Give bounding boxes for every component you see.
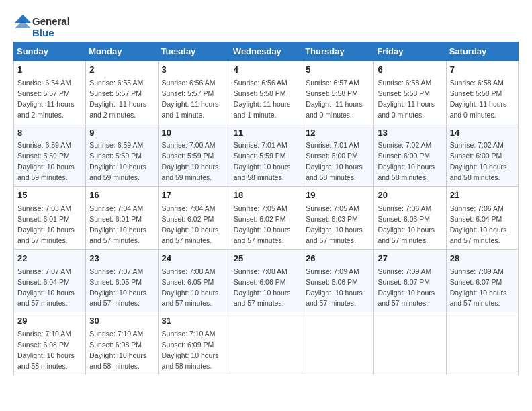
empty-cell: [446, 312, 518, 375]
calendar-day-cell: 10Sunrise: 7:00 AM Sunset: 5:59 PM Dayli…: [158, 124, 230, 187]
day-info: Sunrise: 7:08 AM Sunset: 6:06 PM Dayligh…: [234, 267, 291, 308]
day-number: 3: [162, 64, 226, 77]
calendar-day-cell: 5Sunrise: 6:57 AM Sunset: 5:58 PM Daylig…: [302, 61, 374, 124]
calendar-week-row: 29Sunrise: 7:10 AM Sunset: 6:08 PM Dayli…: [14, 312, 519, 375]
col-header-wednesday: Wednesday: [230, 42, 302, 61]
day-info: Sunrise: 6:56 AM Sunset: 5:57 PM Dayligh…: [162, 79, 219, 119]
empty-cell: [302, 312, 374, 375]
calendar-day-cell: 28Sunrise: 7:09 AM Sunset: 6:07 PM Dayli…: [446, 249, 518, 312]
day-number: 6: [378, 64, 442, 77]
day-info: Sunrise: 7:02 AM Sunset: 6:00 PM Dayligh…: [450, 141, 507, 181]
calendar-day-cell: 7Sunrise: 6:58 AM Sunset: 5:58 PM Daylig…: [446, 61, 518, 124]
day-info: Sunrise: 7:00 AM Sunset: 5:59 PM Dayligh…: [162, 141, 219, 181]
day-number: 14: [450, 127, 515, 140]
empty-cell: [230, 312, 302, 375]
col-header-sunday: Sunday: [14, 42, 86, 61]
logo-svg: GeneralBlue: [13, 13, 74, 39]
day-info: Sunrise: 6:58 AM Sunset: 5:58 PM Dayligh…: [378, 79, 435, 119]
day-info: Sunrise: 7:01 AM Sunset: 5:59 PM Dayligh…: [234, 141, 291, 181]
calendar-day-cell: 30Sunrise: 7:10 AM Sunset: 6:08 PM Dayli…: [86, 312, 158, 375]
calendar-day-cell: 20Sunrise: 7:06 AM Sunset: 6:03 PM Dayli…: [374, 187, 446, 250]
day-number: 20: [378, 189, 442, 202]
calendar-day-cell: 27Sunrise: 7:09 AM Sunset: 6:07 PM Dayli…: [374, 249, 446, 312]
day-number: 21: [450, 189, 515, 202]
day-number: 5: [306, 64, 370, 77]
calendar-header-row: SundayMondayTuesdayWednesdayThursdayFrid…: [14, 42, 519, 61]
day-info: Sunrise: 6:58 AM Sunset: 5:58 PM Dayligh…: [450, 79, 507, 119]
calendar-day-cell: 1Sunrise: 6:54 AM Sunset: 5:57 PM Daylig…: [14, 61, 86, 124]
day-number: 31: [162, 315, 226, 328]
day-number: 29: [17, 315, 82, 328]
day-number: 8: [17, 127, 82, 140]
calendar-day-cell: 14Sunrise: 7:02 AM Sunset: 6:00 PM Dayli…: [446, 124, 518, 187]
calendar-day-cell: 25Sunrise: 7:08 AM Sunset: 6:06 PM Dayli…: [230, 249, 302, 312]
calendar-week-row: 15Sunrise: 7:03 AM Sunset: 6:01 PM Dayli…: [14, 187, 519, 250]
day-info: Sunrise: 7:04 AM Sunset: 6:02 PM Dayligh…: [162, 204, 219, 244]
calendar-day-cell: 12Sunrise: 7:01 AM Sunset: 6:00 PM Dayli…: [302, 124, 374, 187]
calendar-day-cell: 16Sunrise: 7:04 AM Sunset: 6:01 PM Dayli…: [86, 187, 158, 250]
col-header-saturday: Saturday: [446, 42, 518, 61]
day-number: 13: [378, 127, 442, 140]
logo: GeneralBlue: [13, 13, 74, 39]
calendar-day-cell: 9Sunrise: 6:59 AM Sunset: 5:59 PM Daylig…: [86, 124, 158, 187]
day-info: Sunrise: 7:06 AM Sunset: 6:04 PM Dayligh…: [450, 204, 507, 244]
calendar-day-cell: 31Sunrise: 7:10 AM Sunset: 6:09 PM Dayli…: [158, 312, 230, 375]
col-header-thursday: Thursday: [302, 42, 374, 61]
day-number: 10: [162, 127, 226, 140]
calendar-day-cell: 13Sunrise: 7:02 AM Sunset: 6:00 PM Dayli…: [374, 124, 446, 187]
day-info: Sunrise: 7:07 AM Sunset: 6:05 PM Dayligh…: [89, 267, 146, 308]
day-number: 28: [450, 253, 515, 265]
day-info: Sunrise: 7:07 AM Sunset: 6:04 PM Dayligh…: [17, 267, 75, 308]
calendar-day-cell: 23Sunrise: 7:07 AM Sunset: 6:05 PM Dayli…: [86, 249, 158, 312]
day-info: Sunrise: 7:02 AM Sunset: 6:00 PM Dayligh…: [378, 141, 435, 181]
svg-text:General: General: [32, 15, 70, 27]
day-info: Sunrise: 7:03 AM Sunset: 6:01 PM Dayligh…: [17, 204, 75, 244]
calendar-day-cell: 19Sunrise: 7:05 AM Sunset: 6:03 PM Dayli…: [302, 187, 374, 250]
calendar-day-cell: 22Sunrise: 7:07 AM Sunset: 6:04 PM Dayli…: [14, 249, 86, 312]
col-header-friday: Friday: [374, 42, 446, 61]
page-container: GeneralBlue SundayMondayTuesdayWednesday…: [13, 13, 519, 375]
day-number: 16: [89, 189, 154, 202]
col-header-tuesday: Tuesday: [158, 42, 230, 61]
day-number: 1: [17, 64, 82, 77]
calendar-day-cell: 11Sunrise: 7:01 AM Sunset: 5:59 PM Dayli…: [230, 124, 302, 187]
day-info: Sunrise: 7:04 AM Sunset: 6:01 PM Dayligh…: [89, 204, 146, 244]
day-info: Sunrise: 6:59 AM Sunset: 5:59 PM Dayligh…: [89, 141, 146, 181]
day-number: 26: [306, 253, 370, 265]
calendar-day-cell: 17Sunrise: 7:04 AM Sunset: 6:02 PM Dayli…: [158, 187, 230, 250]
calendar-week-row: 1Sunrise: 6:54 AM Sunset: 5:57 PM Daylig…: [14, 61, 519, 124]
calendar-day-cell: 6Sunrise: 6:58 AM Sunset: 5:58 PM Daylig…: [374, 61, 446, 124]
calendar-day-cell: 29Sunrise: 7:10 AM Sunset: 6:08 PM Dayli…: [14, 312, 86, 375]
day-info: Sunrise: 7:06 AM Sunset: 6:03 PM Dayligh…: [378, 204, 435, 244]
day-number: 18: [234, 189, 298, 202]
day-number: 25: [234, 253, 298, 265]
day-info: Sunrise: 6:55 AM Sunset: 5:57 PM Dayligh…: [89, 79, 146, 119]
day-info: Sunrise: 7:10 AM Sunset: 6:08 PM Dayligh…: [89, 330, 146, 370]
day-number: 4: [234, 64, 298, 77]
day-number: 19: [306, 189, 370, 202]
day-number: 27: [378, 253, 442, 265]
calendar-day-cell: 3Sunrise: 6:56 AM Sunset: 5:57 PM Daylig…: [158, 61, 230, 124]
day-info: Sunrise: 7:05 AM Sunset: 6:02 PM Dayligh…: [234, 204, 291, 244]
day-info: Sunrise: 6:54 AM Sunset: 5:57 PM Dayligh…: [17, 79, 75, 119]
day-number: 15: [17, 189, 82, 202]
day-number: 12: [306, 127, 370, 140]
day-number: 17: [162, 189, 226, 202]
calendar-day-cell: 4Sunrise: 6:56 AM Sunset: 5:58 PM Daylig…: [230, 61, 302, 124]
calendar-day-cell: 21Sunrise: 7:06 AM Sunset: 6:04 PM Dayli…: [446, 187, 518, 250]
day-info: Sunrise: 7:01 AM Sunset: 6:00 PM Dayligh…: [306, 141, 363, 181]
day-number: 30: [89, 315, 154, 328]
calendar-table: SundayMondayTuesdayWednesdayThursdayFrid…: [13, 42, 519, 375]
col-header-monday: Monday: [86, 42, 158, 61]
day-info: Sunrise: 7:09 AM Sunset: 6:07 PM Dayligh…: [378, 267, 435, 308]
calendar-day-cell: 26Sunrise: 7:09 AM Sunset: 6:06 PM Dayli…: [302, 249, 374, 312]
calendar-day-cell: 15Sunrise: 7:03 AM Sunset: 6:01 PM Dayli…: [14, 187, 86, 250]
calendar-day-cell: 8Sunrise: 6:59 AM Sunset: 5:59 PM Daylig…: [14, 124, 86, 187]
header: GeneralBlue: [13, 13, 519, 39]
calendar-week-row: 22Sunrise: 7:07 AM Sunset: 6:04 PM Dayli…: [14, 249, 519, 312]
day-info: Sunrise: 7:08 AM Sunset: 6:05 PM Dayligh…: [162, 267, 219, 308]
day-info: Sunrise: 7:05 AM Sunset: 6:03 PM Dayligh…: [306, 204, 363, 244]
empty-cell: [374, 312, 446, 375]
day-number: 2: [89, 64, 154, 77]
calendar-week-row: 8Sunrise: 6:59 AM Sunset: 5:59 PM Daylig…: [14, 124, 519, 187]
